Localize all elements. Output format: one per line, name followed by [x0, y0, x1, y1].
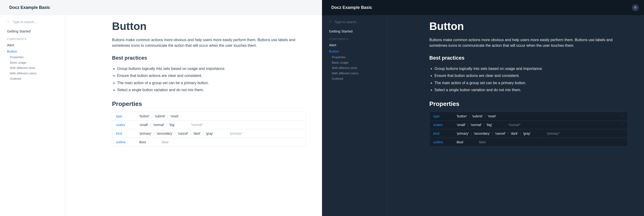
prop-default: "normal"	[508, 123, 520, 127]
prop-row-outline: outline Bool false	[112, 138, 306, 146]
prop-values: 'button' 'submit' 'reset'	[457, 114, 498, 118]
nav-alert[interactable]: Alert	[7, 42, 58, 48]
nav-sub-basic-usage[interactable]: Basic usage	[329, 60, 380, 65]
prop-name: kind	[116, 132, 130, 135]
nav-sub-colors[interactable]: With different colors	[329, 71, 380, 76]
prop-name: kind	[433, 132, 447, 135]
list-item: The main action of a group set can be a …	[434, 79, 628, 86]
prop-name: scales	[116, 123, 130, 127]
nav-sub-properties[interactable]: Properties	[7, 54, 58, 60]
properties-heading: Properties	[112, 100, 306, 107]
prop-values: 'primary' 'secondary' 'cancel' 'dark' 'g…	[139, 132, 216, 135]
list-item: Group buttons logically into sets based …	[117, 65, 306, 72]
page-description: Buttons make common actions more obvious…	[112, 37, 306, 48]
prop-row-kind: kind 'primary' 'secondary' 'cancel' 'dar…	[430, 129, 628, 138]
nav-button[interactable]: Button	[7, 48, 58, 54]
page-title: Button	[429, 20, 628, 33]
header: Docz Example Basic	[322, 0, 644, 15]
sidebar: Getting Started COMPONENTS Alert Button …	[322, 15, 387, 216]
list-item: Ensure that button actions are clear and…	[434, 72, 628, 79]
header: Docz Example Basic	[0, 0, 322, 15]
prop-default: "primary"	[229, 132, 242, 135]
nav-getting-started[interactable]: Getting Started	[7, 28, 58, 34]
prop-name: type	[116, 114, 130, 118]
chevron-down-icon[interactable]	[621, 123, 624, 127]
svg-point-2	[635, 7, 636, 8]
prop-values: 'small' 'normal' 'big'	[457, 123, 494, 127]
search-box[interactable]	[329, 20, 380, 24]
nav-sub-basic-usage[interactable]: Basic usage	[7, 60, 58, 65]
page-description: Buttons make common actions more obvious…	[429, 37, 628, 48]
prop-row-kind: kind 'primary' 'secondary' 'cancel' 'dar…	[112, 129, 306, 138]
theme-toggle-button[interactable]	[632, 4, 639, 11]
best-practices-list: Group buttons logically into sets based …	[112, 65, 306, 94]
prop-name: type	[433, 114, 447, 118]
nav-section-components: COMPONENTS	[329, 38, 380, 40]
prop-values: Bool	[139, 140, 148, 144]
svg-line-10	[636, 6, 636, 7]
prop-name: scales	[433, 123, 447, 127]
nav-section-components: COMPONENTS	[7, 38, 58, 40]
prop-row-scales: scales 'small' 'normal' 'big' "normal"	[112, 121, 306, 129]
properties-heading: Properties	[429, 100, 628, 107]
content: Button Buttons make common actions more …	[387, 15, 644, 216]
list-item: The main action of a group set can be a …	[117, 79, 306, 86]
nav-sub-sizes[interactable]: With different sizes	[7, 65, 58, 71]
svg-point-0	[8, 20, 9, 22]
nav-sub-sizes[interactable]: With different sizes	[329, 65, 380, 71]
svg-line-5	[634, 6, 634, 7]
svg-line-9	[634, 8, 634, 9]
best-practices-heading: Best practices	[112, 55, 306, 61]
nav-sub-outlined[interactable]: Outlined	[7, 76, 58, 81]
best-practices-list: Group buttons logically into sets based …	[429, 65, 628, 94]
prop-default: "primary"	[546, 132, 560, 135]
nav-button[interactable]: Button	[329, 48, 380, 54]
prop-values: 'primary' 'secondary' 'cancel' 'dark' 'g…	[457, 132, 533, 135]
svg-line-6	[636, 8, 636, 9]
svg-line-1	[9, 22, 10, 23]
prop-values: Bool	[457, 140, 466, 144]
properties-table: type 'button' 'submit' 'reset' scales 's…	[112, 112, 306, 147]
properties-table: type 'button' 'submit' 'reset' scales 's…	[429, 112, 628, 147]
list-item: Select a single button variation and do …	[434, 86, 628, 93]
prop-row-type: type 'button' 'submit' 'reset'	[430, 112, 628, 121]
list-item: Ensure that button actions are clear and…	[117, 72, 306, 79]
prop-row-type: type 'button' 'submit' 'reset'	[112, 112, 306, 121]
search-icon	[329, 20, 332, 24]
best-practices-heading: Best practices	[429, 55, 628, 61]
prop-name: outline	[116, 140, 130, 144]
search-icon	[7, 20, 10, 24]
prop-row-outline: outline Bool false	[430, 138, 628, 146]
prop-values: 'small' 'normal' 'big'	[139, 123, 177, 127]
search-input[interactable]	[12, 20, 58, 24]
nav-alert[interactable]: Alert	[329, 42, 380, 48]
svg-point-11	[330, 20, 331, 22]
sun-icon	[634, 6, 637, 10]
nav-getting-started[interactable]: Getting Started	[329, 28, 380, 34]
list-item: Group buttons logically into sets based …	[434, 65, 628, 72]
nav-sub-outlined[interactable]: Outlined	[329, 76, 380, 81]
search-input[interactable]	[334, 20, 380, 24]
page-title: Button	[112, 20, 306, 33]
dark-theme-pane: Docz Example Basic Getting Started COMPO…	[322, 0, 644, 216]
light-theme-pane: Docz Example Basic Getting Started COMPO…	[0, 0, 322, 216]
svg-line-12	[331, 22, 332, 23]
app-title: Docz Example Basic	[331, 5, 372, 10]
list-item: Select a single button variation and do …	[117, 86, 306, 93]
prop-default: "normal"	[191, 123, 203, 127]
nav-sub-colors[interactable]: With different colors	[7, 71, 58, 76]
prop-default: false	[479, 140, 486, 144]
prop-values: 'button' 'submit' 'reset'	[139, 114, 181, 118]
prop-name: outline	[433, 140, 447, 144]
content: Button Buttons make common actions more …	[65, 15, 322, 216]
search-box[interactable]	[7, 20, 58, 24]
chevron-down-icon[interactable]	[621, 114, 624, 118]
prop-row-scales: scales 'small' 'normal' 'big' "normal"	[430, 121, 628, 129]
app-title: Docz Example Basic	[9, 5, 50, 10]
sidebar: Getting Started COMPONENTS Alert Button …	[0, 15, 65, 216]
prop-default: false	[162, 140, 169, 144]
nav-sub-properties[interactable]: Properties	[329, 54, 380, 60]
